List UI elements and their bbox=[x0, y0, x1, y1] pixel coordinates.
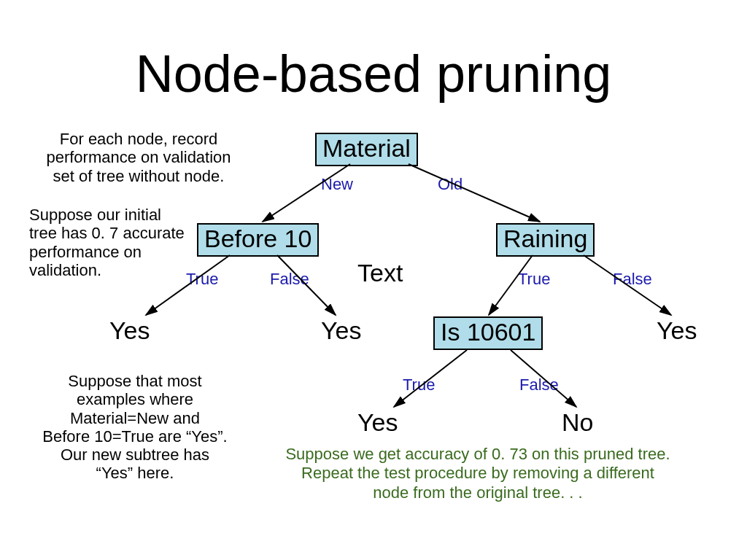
edge-false-3: False bbox=[519, 376, 559, 394]
node-material: Material bbox=[315, 133, 418, 166]
leaf-yes-1: Yes bbox=[109, 316, 150, 345]
text-label: Text bbox=[357, 259, 403, 287]
edge-false-1: False bbox=[270, 270, 309, 289]
annotation-3: Suppose that mostexamples whereMaterial=… bbox=[40, 372, 230, 483]
annotation-1: For each node, recordperformance on vali… bbox=[44, 130, 233, 185]
bottom-note: Suppose we get accuracy of 0. 73 on this… bbox=[241, 445, 715, 502]
node-before10: Before 10 bbox=[197, 223, 319, 257]
leaf-yes-4: Yes bbox=[357, 408, 398, 437]
leaf-yes-2: Yes bbox=[321, 316, 361, 345]
edge-true-3: True bbox=[403, 376, 435, 394]
node-raining: Raining bbox=[496, 223, 595, 257]
edge-true-1: True bbox=[186, 270, 218, 289]
leaf-yes-3: Yes bbox=[657, 316, 697, 345]
edge-true-2: True bbox=[518, 270, 550, 289]
edge-old: Old bbox=[438, 175, 462, 194]
edge-false-2: False bbox=[613, 270, 652, 289]
svg-line-1 bbox=[409, 164, 540, 222]
node-is10601: Is 10601 bbox=[433, 316, 543, 350]
leaf-no: No bbox=[562, 408, 593, 437]
slide-title: Node-based pruning bbox=[0, 44, 747, 104]
annotation-2: Suppose our initialtree has 0. 7 accurat… bbox=[29, 206, 197, 279]
edge-new: New bbox=[321, 175, 353, 194]
